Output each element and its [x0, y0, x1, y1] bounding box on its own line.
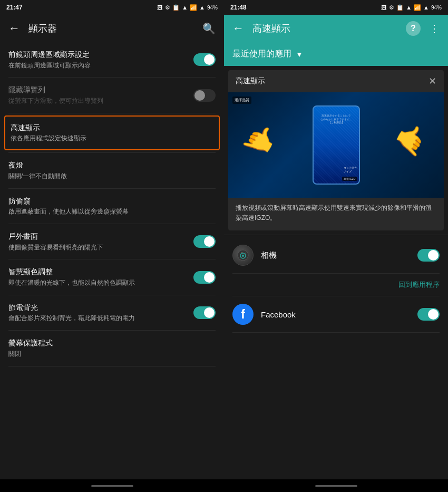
- chevron-down-icon: ▼: [296, 50, 303, 59]
- setting-smart-color-label: 智慧顯色調整: [8, 267, 193, 277]
- wifi-icon: 📶: [190, 4, 197, 11]
- setting-front-camera-text: 前鏡頭周邊區域顯示設定 在前鏡頭周邊區域可顯示內容: [8, 50, 193, 70]
- toggle-front-camera[interactable]: [193, 53, 216, 66]
- setting-night-light[interactable]: 夜燈 關閉/一律不自動開啟: [0, 153, 224, 188]
- dropdown-bar[interactable]: 最近使用的應用 ▼: [224, 42, 448, 66]
- toggle-power-save[interactable]: [193, 306, 216, 319]
- left-status-bar: 21:47 🖼 ⚙ 📋 ▲ 📶 ▲ 94%: [0, 0, 224, 15]
- setting-power-save-label: 節電背光: [8, 303, 193, 313]
- setting-high-speed[interactable]: 高速顯示 依各應用程式設定快速顯示: [4, 115, 220, 150]
- setting-anti-peep[interactable]: 防偷窺 啟用遮蔽畫面，使他人難以從旁邊窺探螢幕: [0, 189, 224, 224]
- svg-point-2: [242, 255, 244, 257]
- right-settings-icon: ⚙: [389, 4, 394, 11]
- setting-hide-nav[interactable]: 隱藏導覽列 從螢幕下方滑動，便可拉出導覽列: [0, 78, 224, 112]
- setting-smart-color-sublabel: 即使在溫暖的光線下，也能以自然的色調顯示: [8, 278, 193, 287]
- dropdown-label: 最近使用的應用: [232, 49, 291, 60]
- svg-rect-4: [245, 253, 246, 254]
- left-nav-indicator: [91, 485, 133, 487]
- app-item-facebook[interactable]: f Facebook: [224, 296, 448, 332]
- setting-outdoor-label: 戶外畫面: [8, 231, 193, 242]
- left-time: 21:47: [6, 4, 23, 11]
- setting-screen-saver-sublabel: 關閉: [8, 350, 216, 359]
- left-settings-list: 前鏡頭周邊區域顯示設定 在前鏡頭周邊區域可顯示內容 隱藏導覽列 從螢幕下方滑動，…: [0, 42, 224, 479]
- divider-2: [8, 113, 216, 113]
- screen-text: 高速表示をすることにでなめらかに表示できます。【ご利用品】: [314, 112, 359, 127]
- right-time: 21:48: [230, 4, 247, 11]
- setting-screen-saver[interactable]: 螢幕保護程式 關閉: [0, 331, 224, 365]
- left-panel: 21:47 🖼 ⚙ 📋 ▲ 📶 ▲ 94% ← 顯示器 🔍 前鏡頭周邊區域顯示設…: [0, 0, 224, 492]
- setting-smart-color-text: 智慧顯色調整 即使在溫暖的光線下，也能以自然的色調顯示: [8, 267, 193, 287]
- right-battery: 94%: [431, 5, 442, 11]
- facebook-app-name: Facebook: [261, 310, 410, 319]
- back-to-app-link[interactable]: 回到應用程序: [398, 280, 440, 290]
- setting-screen-saver-text: 螢幕保護程式 關閉: [8, 338, 216, 358]
- info-card-description: 播放視頻或滾動屏幕時高速顯示使用雙速來實現減少的餘像和平滑的渲染高速IGZO。: [228, 198, 444, 230]
- phone-display: 選擇品質 高速表示をすることにでなめらかに表示できます。【ご利用品】 タッチ信号…: [228, 92, 444, 198]
- setting-power-save[interactable]: 節電背光 會配合影片來控制背光，藉此降低耗電的電力: [0, 295, 224, 330]
- right-photo-icon: 🖼: [381, 4, 387, 11]
- toggle-smart-color[interactable]: [193, 271, 216, 284]
- setting-anti-peep-label: 防偷窺: [8, 196, 216, 207]
- right-hand-icon: 🤙: [390, 118, 434, 160]
- right-toolbar: ← 高速顯示 ? ⋮: [224, 15, 448, 42]
- setting-hide-nav-sublabel: 從螢幕下方滑動，便可拉出導覽列: [8, 97, 193, 105]
- phone-screen: 高速表示をすることにでなめらかに表示できます。【ご利用品】 タッチ信号ノイズ 高…: [313, 105, 360, 185]
- setting-power-save-sublabel: 會配合影片來控制背光，藉此降低耗電的電力: [8, 314, 193, 323]
- right-back-button[interactable]: ←: [228, 17, 248, 40]
- right-content: 高速顯示 ✕ 選擇品質 高速表示をすることにでなめらかに表示できます。【ご利用品…: [224, 66, 448, 479]
- right-nav-bar: [224, 479, 448, 492]
- screen-content: 高速表示をすることにでなめらかに表示できます。【ご利用品】 タッチ信号ノイズ: [314, 107, 359, 184]
- setting-high-speed-text: 高速顯示 依各應用程式設定快速顯示: [11, 123, 213, 143]
- copy-icon: 📋: [172, 4, 180, 11]
- info-card-title: 高速顯示: [236, 76, 265, 86]
- setting-front-camera-label: 前鏡頭周邊區域顯示設定: [8, 50, 193, 60]
- toggle-outdoor[interactable]: [193, 235, 216, 248]
- right-status-icons: 🖼 ⚙ 📋 ▲ 📶 ▲ 94%: [381, 4, 442, 11]
- back-to-app-row: 回到應用程序: [224, 274, 448, 296]
- info-card-image: 選擇品質 高速表示をすることにでなめらかに表示できます。【ご利用品】 タッチ信号…: [228, 92, 444, 198]
- setting-night-light-sublabel: 關閉/一律不自動開啟: [8, 172, 216, 181]
- left-toolbar: ← 顯示器 🔍: [0, 15, 224, 42]
- setting-front-camera-sublabel: 在前鏡頭周邊區域可顯示內容: [8, 61, 193, 70]
- setting-anti-peep-sublabel: 啟用遮蔽畫面，使他人難以從旁邊窺探螢幕: [8, 207, 216, 216]
- left-back-button[interactable]: ←: [4, 17, 24, 40]
- right-more-button[interactable]: ⋮: [425, 18, 444, 39]
- toggle-camera[interactable]: [417, 249, 440, 262]
- right-panel: 21:48 🖼 ⚙ 📋 ▲ 📶 ▲ 94% ← 高速顯示 ? ⋮ 最近使用的應用…: [224, 0, 448, 492]
- info-card-close-button[interactable]: ✕: [428, 75, 436, 87]
- toggle-facebook[interactable]: [417, 308, 440, 321]
- svg-rect-3: [241, 252, 243, 253]
- left-battery: 94%: [207, 5, 218, 11]
- app-item-camera[interactable]: 相機: [224, 237, 448, 273]
- setting-outdoor[interactable]: 戶外畫面 使圖像質量容易看到明亮的陽光下: [0, 224, 224, 259]
- setting-front-camera[interactable]: 前鏡頭周邊區域顯示設定 在前鏡頭周邊區域可顯示內容: [0, 42, 224, 77]
- signal-icon: ▲: [182, 4, 188, 11]
- divider-right-4: [232, 332, 440, 333]
- left-status-icons: 🖼 ⚙ 📋 ▲ 📶 ▲ 94%: [157, 4, 218, 11]
- info-card: 高速顯示 ✕ 選擇品質 高速表示をすることにでなめらかに表示できます。【ご利用品…: [228, 70, 444, 230]
- right-network-icon: ▲: [423, 4, 429, 11]
- right-signal-icon: ▲: [406, 4, 412, 11]
- corner-quality-label: 選擇品質: [232, 97, 251, 104]
- divider-right-1: [224, 235, 448, 235]
- setting-hide-nav-text: 隱藏導覽列 從螢幕下方滑動，便可拉出導覽列: [8, 85, 193, 105]
- setting-high-speed-sublabel: 依各應用程式設定快速顯示: [11, 134, 213, 143]
- setting-anti-peep-text: 防偷窺 啟用遮蔽畫面，使他人難以從旁邊窺探螢幕: [8, 196, 216, 216]
- network-icon: ▲: [199, 4, 205, 11]
- camera-app-name: 相機: [261, 250, 410, 261]
- right-toolbar-title: 高速顯示: [252, 22, 402, 35]
- toggle-hide-nav[interactable]: [193, 89, 216, 102]
- left-toolbar-title: 顯示器: [28, 22, 194, 35]
- setting-high-speed-label: 高速顯示: [11, 123, 213, 133]
- left-search-button[interactable]: 🔍: [198, 18, 220, 39]
- right-status-bar: 21:48 🖼 ⚙ 📋 ▲ 📶 ▲ 94%: [224, 0, 448, 15]
- setting-smart-color[interactable]: 智慧顯色調整 即使在溫暖的光線下，也能以自然的色調顯示: [0, 259, 224, 294]
- right-wifi-icon: 📶: [414, 4, 421, 11]
- right-help-button[interactable]: ?: [406, 21, 421, 36]
- setting-outdoor-sublabel: 使圖像質量容易看到明亮的陽光下: [8, 243, 193, 252]
- left-hand-icon: 🤙: [239, 118, 283, 160]
- info-card-header: 高速顯示 ✕: [228, 70, 444, 92]
- igzo-badge: 高速IGZO: [342, 177, 357, 181]
- camera-icon: [232, 245, 254, 266]
- setting-hide-nav-label: 隱藏導覽列: [8, 85, 193, 95]
